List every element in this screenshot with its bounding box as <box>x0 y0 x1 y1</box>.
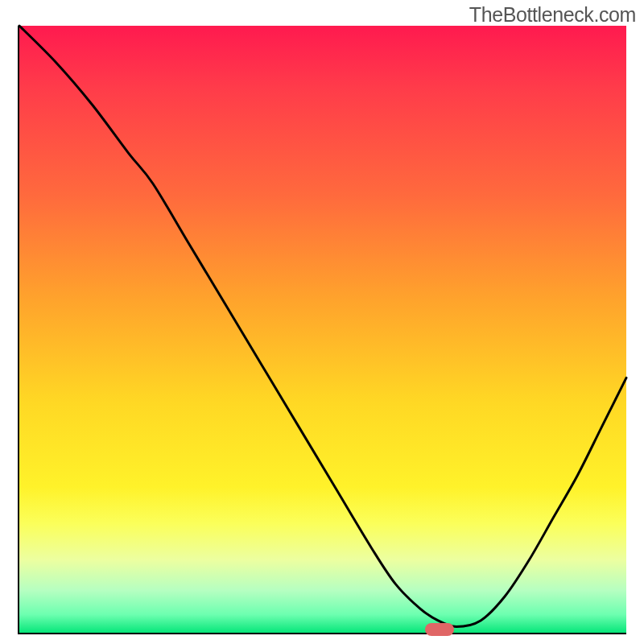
minimum-marker <box>425 623 454 636</box>
curve-path <box>19 26 626 626</box>
plot-area <box>18 26 626 634</box>
watermark-text: TheBottleneck.com <box>469 3 636 27</box>
curve-svg <box>19 26 626 633</box>
